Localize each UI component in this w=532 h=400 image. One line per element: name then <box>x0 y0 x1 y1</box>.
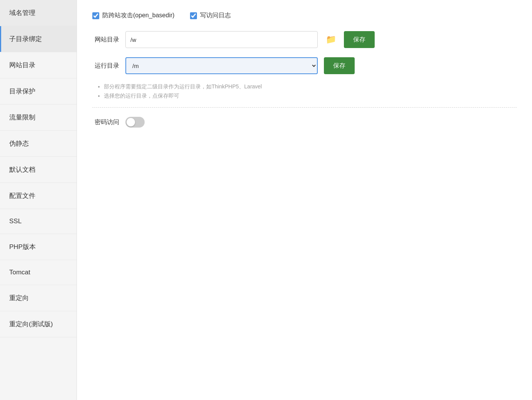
password-access-toggle[interactable] <box>125 117 145 128</box>
sidebar-item-pseudo-static[interactable]: 伪静态 <box>0 131 77 157</box>
sidebar-item-default-doc[interactable]: 默认文档 <box>0 157 77 183</box>
hints-list: 部分程序需要指定二级目录作为运行目录，如ThinkPHP5、Laravel 选择… <box>92 83 517 100</box>
hint-item-2: 选择您的运行目录，点保存即可 <box>104 93 517 100</box>
sidebar-item-ssl[interactable]: SSL <box>0 209 77 234</box>
website-dir-folder-button[interactable]: 📁 <box>324 33 338 46</box>
sidebar-item-subdirectory[interactable]: 子目录绑定 <box>0 26 77 52</box>
access-log-checkbox-label[interactable]: 写访问日志 <box>190 12 231 20</box>
sidebar-item-redirect[interactable]: 重定向 <box>0 285 77 311</box>
website-dir-row: 网站目录 📁 保存 <box>92 31 517 48</box>
access-log-label: 写访问日志 <box>200 12 231 20</box>
main-content: 防跨站攻击(open_basedir) 写访问日志 网站目录 📁 保存 运行目录… <box>77 0 532 400</box>
sidebar-item-website-dir[interactable]: 网站目录 <box>0 52 77 78</box>
run-dir-save-button[interactable]: 保存 <box>324 57 355 74</box>
password-access-label: 密码访问 <box>92 118 119 126</box>
toggle-slider <box>125 117 145 128</box>
sidebar-item-redirect-beta[interactable]: 重定向(测试版) <box>0 311 77 337</box>
checkbox-row: 防跨站攻击(open_basedir) 写访问日志 <box>92 12 517 20</box>
run-dir-row: 运行目录 /m / 保存 <box>92 57 517 74</box>
sidebar: 域名管理 子目录绑定 网站目录 目录保护 流量限制 伪静态 默认文档 配置文件 … <box>0 0 77 400</box>
sidebar-item-traffic-limit[interactable]: 流量限制 <box>0 105 77 131</box>
sidebar-item-domain[interactable]: 域名管理 <box>0 0 77 26</box>
run-dir-label: 运行目录 <box>92 62 119 70</box>
sidebar-item-config-file[interactable]: 配置文件 <box>0 183 77 209</box>
anti-csrf-checkbox[interactable] <box>92 12 99 19</box>
sidebar-item-dir-protection[interactable]: 目录保护 <box>0 78 77 105</box>
password-access-row: 密码访问 <box>92 117 517 128</box>
folder-icon: 📁 <box>326 35 336 45</box>
website-dir-input[interactable] <box>125 31 318 48</box>
anti-csrf-checkbox-label[interactable]: 防跨站攻击(open_basedir) <box>92 12 175 20</box>
website-dir-save-button[interactable]: 保存 <box>344 31 375 48</box>
access-log-checkbox[interactable] <box>190 12 197 19</box>
website-dir-label: 网站目录 <box>92 36 119 44</box>
section-divider <box>92 107 517 108</box>
sidebar-item-php-version[interactable]: PHP版本 <box>0 234 77 260</box>
anti-csrf-label: 防跨站攻击(open_basedir) <box>102 12 175 20</box>
run-dir-select[interactable]: /m / <box>125 57 318 74</box>
hint-item-1: 部分程序需要指定二级目录作为运行目录，如ThinkPHP5、Laravel <box>104 83 517 90</box>
sidebar-item-tomcat[interactable]: Tomcat <box>0 260 77 285</box>
